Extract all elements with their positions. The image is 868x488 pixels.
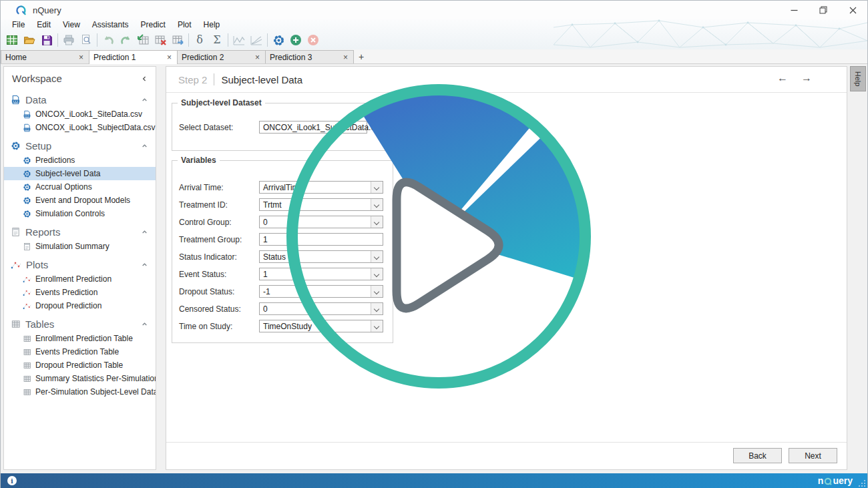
undo-button[interactable] xyxy=(99,32,117,48)
chevron-down-icon[interactable] xyxy=(371,251,383,262)
tab-close-icon[interactable]: × xyxy=(342,53,349,61)
add-button[interactable] xyxy=(287,32,304,48)
tab-label: Prediction 3 xyxy=(270,53,342,62)
minimize-button[interactable] xyxy=(779,1,809,19)
open-file-button[interactable] xyxy=(21,32,38,48)
sidebar-item-per-simulation-subject-level-data[interactable]: Per-Simulation Subject-Level Data xyxy=(4,385,156,399)
select-dataset-input[interactable]: ONCOX_iLook1_SubjectData.csv xyxy=(259,121,367,134)
tab-home[interactable]: Home × xyxy=(1,50,89,63)
help-side-tab[interactable]: Help xyxy=(850,66,866,91)
treatment-id-select[interactable]: Trtmt xyxy=(259,198,383,211)
sidebar-item-dropout-prediction[interactable]: Dropout Prediction xyxy=(4,299,156,312)
scatter-plot-button[interactable] xyxy=(230,32,248,48)
gear-icon xyxy=(23,183,31,192)
remove-circle-icon xyxy=(307,34,319,46)
chevron-down-icon[interactable] xyxy=(371,286,383,297)
sidebar-item-accrual-options[interactable]: Accrual Options xyxy=(4,180,156,194)
sidebar-item-subjectdata-csv[interactable]: ONCOX_iLook1_SubjectData.csv xyxy=(4,121,156,134)
sidebar-item-simulation-controls[interactable]: Simulation Controls xyxy=(4,207,156,220)
section-header-tables[interactable]: Tables xyxy=(4,316,156,332)
back-button[interactable]: Back xyxy=(733,448,782,463)
nquery-logo-icon xyxy=(15,5,27,16)
dropout-status-select[interactable]: -1 xyxy=(259,285,383,298)
sidebar-item-enrollment-prediction[interactable]: Enrollment Prediction xyxy=(4,272,156,286)
menu-file[interactable]: File xyxy=(6,19,31,31)
section-header-reports[interactable]: Reports xyxy=(4,224,156,240)
collapse-panel-icon[interactable] xyxy=(140,74,149,83)
tab-prediction-3[interactable]: Prediction 3 × xyxy=(265,50,354,63)
tab-close-icon[interactable]: × xyxy=(77,53,85,61)
next-button[interactable]: Next xyxy=(789,448,837,463)
chevron-down-icon[interactable] xyxy=(371,320,383,332)
chevron-down-icon[interactable] xyxy=(371,216,383,228)
new-table-button[interactable] xyxy=(3,32,21,48)
step-content-panel: Step 2 Subject-level Data ← → Subject-le… xyxy=(166,66,847,470)
censored-status-select[interactable]: 0 xyxy=(259,302,383,315)
menu-predict[interactable]: Predict xyxy=(135,19,172,31)
sidebar-item-summary-statistics-per-simulation[interactable]: Summary Statistics Per-Simulation xyxy=(4,372,156,385)
section-label: Setup xyxy=(25,140,136,152)
chevron-down-icon[interactable] xyxy=(371,303,383,314)
redo-button[interactable] xyxy=(117,32,134,48)
menu-assistants[interactable]: Assistants xyxy=(86,19,135,31)
delta-button[interactable]: δ xyxy=(191,32,208,48)
workspace-sidebar: Workspace Data ONCOX_iLook1_SiteData.csv… xyxy=(3,66,156,470)
top-band: File Edit View Assistants Predict Plot H… xyxy=(1,19,867,50)
status-bar: i n uery xyxy=(1,473,867,488)
status-indicator-select[interactable]: Status xyxy=(259,250,383,263)
sidebar-item-enrollment-prediction-table[interactable]: Enrollment Prediction Table xyxy=(4,332,156,345)
sidebar-item-events-prediction[interactable]: Events Prediction xyxy=(4,286,156,299)
arrival-time-select[interactable]: ArrivalTime xyxy=(259,181,383,194)
sidebar-item-sitedata-csv[interactable]: ONCOX_iLook1_SiteData.csv xyxy=(4,107,156,121)
close-button[interactable] xyxy=(838,1,867,19)
menu-edit[interactable]: Edit xyxy=(31,19,57,31)
menu-plot[interactable]: Plot xyxy=(172,19,198,31)
chevron-up-icon xyxy=(140,320,149,328)
control-group-select[interactable]: 0 xyxy=(259,216,383,228)
sigma-icon: Σ xyxy=(213,35,220,45)
tab-prediction-2[interactable]: Prediction 2 × xyxy=(177,50,266,63)
delete-table-button[interactable] xyxy=(152,32,169,48)
tab-prediction-1[interactable]: Prediction 1 × xyxy=(89,50,178,64)
import-table-button[interactable] xyxy=(134,32,152,48)
table-icon xyxy=(23,348,31,356)
menu-help[interactable]: Help xyxy=(198,19,226,31)
sidebar-item-events-prediction-table[interactable]: Events Prediction Table xyxy=(4,345,156,358)
add-tab-button[interactable]: + xyxy=(353,50,369,63)
tab-close-icon[interactable]: × xyxy=(254,53,261,61)
nav-forward-arrow[interactable]: → xyxy=(801,72,812,84)
chevron-up-icon xyxy=(140,260,149,269)
chevron-down-icon[interactable] xyxy=(371,182,383,193)
sidebar-item-predictions[interactable]: Predictions xyxy=(4,154,156,167)
wizard-footer: Back Next xyxy=(166,442,847,469)
section-header-data[interactable]: Data xyxy=(4,92,156,107)
sidebar-item-event-dropout-models[interactable]: Event and Dropout Models xyxy=(4,194,156,207)
event-status-select[interactable]: 1 xyxy=(259,268,383,280)
maximize-button[interactable] xyxy=(809,1,838,19)
menu-view[interactable]: View xyxy=(57,19,86,31)
tab-close-icon[interactable]: × xyxy=(166,53,173,61)
treatment-group-input[interactable]: 1 xyxy=(259,233,383,246)
print-preview-button[interactable] xyxy=(77,32,95,48)
export-table-button[interactable] xyxy=(169,32,186,48)
sidebar-section-setup: Setup Predictions Subject-level Data Acc… xyxy=(4,138,156,220)
line-plot-button[interactable] xyxy=(248,32,265,48)
resize-grip[interactable] xyxy=(858,479,866,487)
sidebar-item-simulation-summary[interactable]: Simulation Summary xyxy=(4,240,156,253)
chevron-down-icon[interactable] xyxy=(371,268,383,280)
print-button[interactable] xyxy=(60,32,77,48)
remove-button[interactable] xyxy=(304,32,322,48)
section-header-plots[interactable]: Plots xyxy=(4,257,156,272)
sidebar-item-dropout-prediction-table[interactable]: Dropout Prediction Table xyxy=(4,358,156,372)
chevron-down-icon[interactable] xyxy=(371,199,383,210)
save-button[interactable] xyxy=(38,32,55,48)
settings-button[interactable] xyxy=(270,32,287,48)
csv-icon xyxy=(23,110,31,119)
sidebar-item-subject-level-data[interactable]: Subject-level Data xyxy=(4,167,156,180)
section-header-setup[interactable]: Setup xyxy=(4,138,156,154)
sidebar-section-data: Data ONCOX_iLook1_SiteData.csv ONCOX_iLo… xyxy=(4,92,156,134)
sigma-button[interactable]: Σ xyxy=(208,32,226,48)
nav-back-arrow[interactable]: ← xyxy=(777,72,788,84)
time-on-study-select[interactable]: TimeOnStudy xyxy=(259,320,383,332)
info-icon[interactable]: i xyxy=(7,476,17,485)
